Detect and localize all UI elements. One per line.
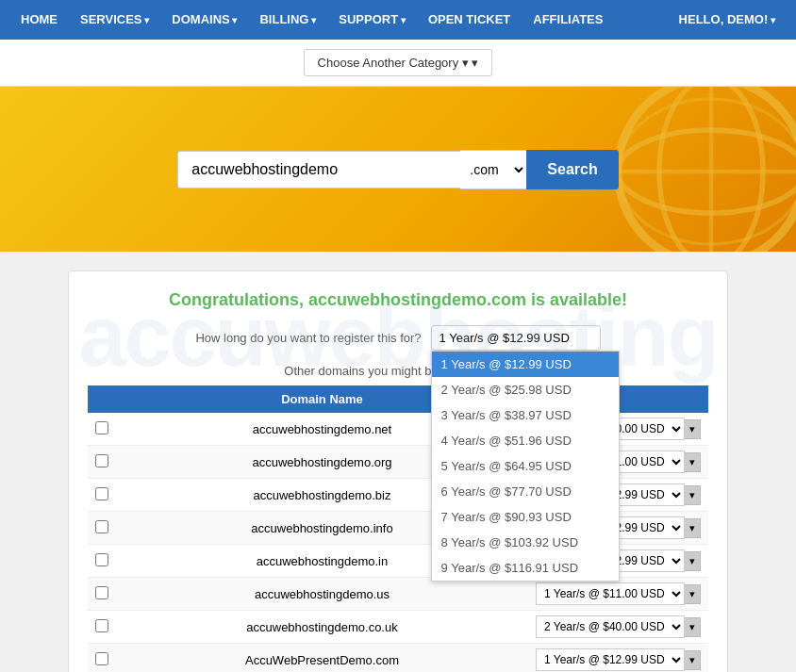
year-option-2[interactable]: 2 Year/s @ $25.98 USD	[432, 377, 619, 402]
price-arrow-icon[interactable]: ▾	[685, 551, 701, 571]
nav-user-label[interactable]: HELLO, DEMO!	[668, 0, 787, 41]
domain-name-cell: accuwebhostingdemo.co.uk	[116, 611, 528, 644]
hero-banner: .com .net .org .info .biz .co.uk Search	[0, 87, 796, 252]
globe-icon	[607, 87, 796, 252]
price-arrow-icon[interactable]: ▾	[685, 650, 701, 670]
register-label: How long do you want to register this fo…	[195, 331, 421, 345]
nav-services-dropdown[interactable]: SERVICES	[69, 0, 160, 41]
year-option-6[interactable]: 6 Year/s @ $77.70 USD	[432, 479, 619, 504]
year-option-3[interactable]: 3 Year/s @ $38.97 USD	[432, 402, 619, 428]
nav-affiliates[interactable]: AFFILIATES	[522, 0, 614, 40]
domain-checkbox[interactable]	[95, 652, 108, 665]
domain-checkbox[interactable]	[95, 454, 108, 467]
nav-domains-dropdown[interactable]: DOMAINS	[160, 0, 248, 41]
main-content: Congratulations, accuwebhostingdemo.com …	[68, 270, 728, 672]
year-option-8[interactable]: 8 Year/s @ $103.92 USD	[432, 530, 619, 555]
domain-price-cell: 2 Year/s @ $40.00 USD ▾	[528, 611, 708, 644]
registration-row: How long do you want to register this fo…	[88, 325, 708, 351]
price-arrow-icon[interactable]: ▾	[685, 518, 701, 538]
row-checkbox-cell	[88, 446, 116, 479]
category-bar: Choose Another Category ▾	[0, 40, 796, 87]
nav-user-dropdown[interactable]: HELLO, DEMO!	[668, 0, 787, 41]
domain-name-cell: AccuWebPresentDemo.com	[116, 644, 528, 673]
domain-search-input[interactable]	[177, 151, 460, 188]
domain-name-cell: accuwebhostingdemo.us	[116, 578, 528, 611]
domain-checkbox[interactable]	[95, 421, 108, 434]
price-arrow-icon[interactable]: ▾	[685, 452, 701, 472]
year-select-container: 1 Year/s @ $12.99 USD 2 Year/s @ $25.98 …	[431, 325, 601, 351]
row-checkbox-cell	[88, 413, 116, 446]
nav-billing-dropdown[interactable]: BILLING	[248, 0, 327, 41]
domain-search-bar: .com .net .org .info .biz .co.uk Search	[177, 150, 618, 189]
price-select-container: 1 Year/s @ $12.99 USD ▾	[536, 648, 701, 671]
tld-select[interactable]: .com .net .org .info .biz .co.uk	[460, 150, 526, 189]
row-checkbox-cell	[88, 644, 116, 673]
row-checkbox-cell	[88, 611, 116, 644]
domain-checkbox[interactable]	[95, 586, 108, 599]
nav-open-ticket[interactable]: OPEN TICKET	[417, 0, 522, 40]
domain-price-cell: 1 Year/s @ $11.00 USD ▾	[528, 578, 708, 611]
row-checkbox-cell	[88, 512, 116, 545]
price-arrow-icon[interactable]: ▾	[685, 419, 701, 439]
price-select[interactable]: 1 Year/s @ $11.00 USD	[536, 582, 685, 605]
year-option-9[interactable]: 9 Year/s @ $116.91 USD	[432, 555, 619, 581]
price-arrow-icon[interactable]: ▾	[685, 485, 701, 505]
year-option-5[interactable]: 5 Year/s @ $64.95 USD	[432, 453, 619, 479]
price-select[interactable]: 2 Year/s @ $40.00 USD	[536, 615, 685, 638]
nav-home[interactable]: HOME	[9, 0, 69, 40]
domain-checkbox[interactable]	[95, 619, 108, 632]
col-checkbox	[88, 385, 116, 413]
domain-checkbox[interactable]	[95, 553, 108, 566]
domain-price-cell: 1 Year/s @ $12.99 USD ▾	[528, 644, 708, 673]
price-arrow-icon[interactable]: ▾	[685, 584, 701, 604]
congrats-message: Congratulations, accuwebhostingdemo.com …	[88, 290, 708, 310]
table-row: accuwebhostingdemo.us 1 Year/s @ $11.00 …	[88, 578, 708, 611]
price-select[interactable]: 1 Year/s @ $12.99 USD	[536, 648, 685, 671]
year-option-7[interactable]: 7 Year/s @ $90.93 USD	[432, 504, 619, 530]
row-checkbox-cell	[88, 479, 116, 512]
year-option-1[interactable]: 1 Year/s @ $12.99 USD	[432, 352, 619, 377]
domain-checkbox[interactable]	[95, 520, 108, 533]
nav-services-label[interactable]: SERVICES	[69, 0, 160, 41]
row-checkbox-cell	[88, 578, 116, 611]
price-select-container: 1 Year/s @ $11.00 USD ▾	[536, 582, 701, 605]
top-navigation: HOME SERVICES DOMAINS BILLING SUPPORT OP…	[0, 0, 796, 40]
choose-category-button[interactable]: Choose Another Category ▾	[304, 49, 493, 76]
year-option-4[interactable]: 4 Year/s @ $51.96 USD	[432, 428, 619, 453]
nav-domains-label[interactable]: DOMAINS	[160, 0, 248, 41]
table-row: AccuWebPresentDemo.com 1 Year/s @ $12.99…	[88, 644, 708, 673]
search-button[interactable]: Search	[526, 150, 618, 189]
row-checkbox-cell	[88, 545, 116, 578]
table-row: accuwebhostingdemo.co.uk 2 Year/s @ $40.…	[88, 611, 708, 644]
nav-billing-label[interactable]: BILLING	[248, 0, 327, 41]
nav-support-label[interactable]: SUPPORT	[327, 0, 417, 41]
year-dropdown-overlay: 1 Year/s @ $12.99 USD 2 Year/s @ $25.98 …	[431, 351, 620, 582]
year-select[interactable]: 1 Year/s @ $12.99 USD 2 Year/s @ $25.98 …	[431, 325, 601, 351]
price-select-container: 2 Year/s @ $40.00 USD ▾	[536, 615, 701, 638]
domain-checkbox[interactable]	[95, 487, 108, 500]
nav-support-dropdown[interactable]: SUPPORT	[327, 0, 417, 41]
price-arrow-icon[interactable]: ▾	[685, 617, 701, 637]
